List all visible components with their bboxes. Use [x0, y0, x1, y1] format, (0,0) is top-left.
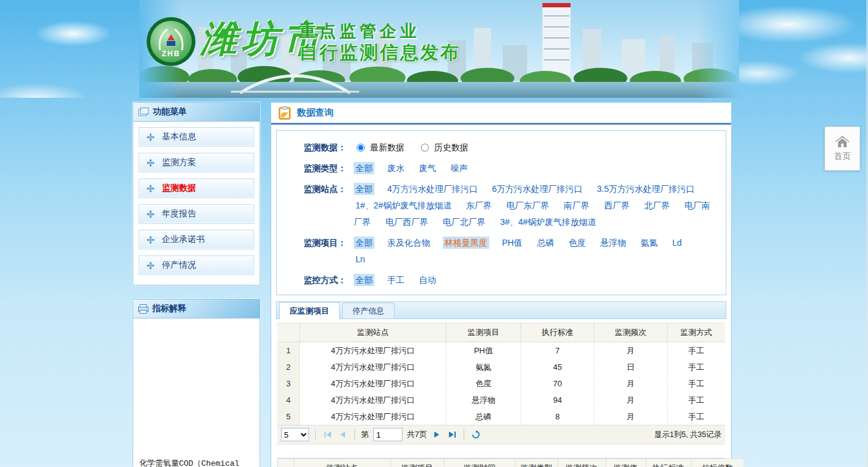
cell: 色度 — [446, 375, 520, 392]
sidebar-item-label: 监测方案 — [162, 157, 196, 168]
filter-option[interactable]: 电厂东厂界 — [505, 199, 551, 211]
table-row[interactable]: 14万方污水处理厂排污口PH值7月手工 — [277, 342, 725, 359]
filter-option[interactable]: 氨氮 — [639, 237, 660, 249]
home-button[interactable]: 首页 — [825, 127, 860, 171]
filter-option[interactable]: 废气 — [417, 162, 438, 174]
pagination-bar: 5 第 共7页 — [277, 425, 725, 444]
table1-header-row: 监测站点 监测项目 执行标准 监测频次 监测方式 — [277, 323, 725, 342]
filter-option[interactable]: 自动 — [417, 274, 438, 286]
filter-label: 监测项目： — [304, 235, 354, 268]
filter-option[interactable]: 北厂界 — [643, 199, 672, 211]
cell: 手工 — [667, 408, 725, 425]
cell: 45 — [521, 359, 594, 375]
filter-option[interactable]: 3.5万方污水处理厂排污口 — [595, 183, 696, 195]
filter-option[interactable]: 6万方污水处理厂排污口 — [491, 183, 585, 195]
sidebar-item-basic-info[interactable]: 基本信息 — [139, 127, 254, 147]
page: ZHB 潍坊市 重点监管企业 自行监测信息发布 首页 功能菜单 — [0, 0, 868, 467]
first-page-button[interactable] — [322, 429, 333, 440]
site-subtitle-2: 自行监测信息发布 — [299, 40, 461, 65]
cell: 1 — [277, 342, 300, 359]
tab-monitor-items[interactable]: 应监测项目 — [279, 302, 340, 319]
filter-option[interactable]: 汞及化合物 — [385, 237, 432, 249]
col-header: 执行标准 — [646, 459, 691, 467]
filter-option[interactable]: 东厂界 — [464, 199, 494, 211]
table-row[interactable]: 24万方污水处理厂排污口氨氮45日手工 — [277, 359, 725, 375]
filter-option[interactable]: 全部 — [354, 162, 374, 174]
cell: 手工 — [667, 392, 725, 408]
cell: PH值 — [446, 342, 520, 359]
tab-strip: 应监测项目 停产信息 — [276, 301, 726, 319]
sidebar-item-monitor-plan[interactable]: 监测方案 — [139, 153, 254, 172]
filter-option[interactable]: Ln — [354, 253, 367, 265]
sidebar-item-annual-report[interactable]: 年度报告 — [139, 204, 254, 224]
main-title-bar: 数据查询 — [271, 103, 731, 125]
table-row[interactable]: 34万方污水处理厂排污口色度70月手工 — [277, 375, 725, 392]
page-size-select[interactable]: 5 — [281, 428, 309, 441]
next-page-button[interactable] — [431, 429, 442, 440]
function-menu-title: 功能菜单 — [153, 106, 187, 117]
filter-option[interactable]: 全部 — [354, 183, 374, 195]
epb-logo: ZHB — [145, 16, 197, 67]
filter-option[interactable]: 南厂界 — [562, 199, 591, 211]
filter-option[interactable]: 悬浮物 — [599, 237, 628, 249]
compass-arrows-icon — [147, 133, 155, 141]
filter-option[interactable]: 4万方污水处理厂排污口 — [385, 183, 480, 195]
filter-option[interactable]: 噪声 — [449, 162, 470, 174]
cell: 4万方污水处理厂排污口 — [300, 342, 447, 359]
col-header: 执行标准 — [521, 323, 594, 342]
tab-shutdown-info[interactable]: 停产信息 — [342, 303, 395, 318]
page-title: 数据查询 — [297, 107, 334, 119]
sidebar-item-commitment[interactable]: 企业承诺书 — [139, 230, 254, 249]
menu-body: 基本信息 监测方案 监测数据 年度报告 企业承诺书 — [133, 122, 260, 285]
cell: 4万方污水处理厂排污口 — [300, 375, 447, 392]
table-row[interactable]: 54万方污水处理厂排污口总磷8月手工 — [277, 408, 725, 425]
prev-page-button[interactable] — [337, 429, 348, 440]
sidebar-item-shutdown[interactable]: 停产情况 — [139, 256, 254, 275]
function-menu-header: 功能菜单 — [133, 103, 260, 122]
compass-arrows-icon — [147, 210, 155, 218]
filter-option[interactable]: 3#、4#锅炉废气排放烟道 — [498, 216, 598, 228]
filter-option-selected[interactable]: 林格曼黑度 — [443, 237, 489, 249]
col-header: 监测项目 — [446, 323, 520, 342]
filter-option[interactable]: Ld — [671, 237, 684, 249]
filter-option[interactable]: 电厂西厂界 — [384, 216, 430, 228]
col-header: 监测类型 — [515, 459, 558, 467]
cell: 日 — [594, 359, 667, 375]
sidebar-item-monitor-data[interactable]: 监测数据 — [139, 178, 254, 198]
table2-header-row: 监测站点 监测项目 监测时间 监测类型 监测频次 监测值 执行标准 超标倍数 — [278, 459, 743, 467]
compass-arrows-icon — [147, 159, 155, 167]
home-icon — [835, 136, 850, 148]
sidebar: 功能菜单 基本信息 监测方案 监测数据 年度报告 — [133, 102, 260, 467]
page-prefix-label: 第 — [361, 429, 369, 440]
last-page-button[interactable] — [447, 429, 458, 440]
filter-option[interactable]: PH值 — [500, 237, 524, 249]
filter-label: 监测类型： — [304, 160, 354, 177]
radio-history-input[interactable] — [421, 144, 429, 152]
city-skyline-image: ZHB 潍坊市 重点监管企业 自行监测信息发布 — [139, 0, 739, 98]
cell: 月 — [594, 375, 667, 392]
cell: 2 — [277, 359, 300, 375]
filter-option[interactable]: 全部 — [354, 237, 374, 249]
refresh-button[interactable] — [470, 429, 481, 440]
filter-option[interactable]: 手工 — [385, 274, 406, 286]
page-number-input[interactable] — [373, 428, 403, 441]
table-row[interactable]: 44万方污水处理厂排污口悬浮物94月手工 — [277, 392, 725, 408]
filter-option[interactable]: 全部 — [354, 274, 374, 286]
radio-latest-data[interactable]: 最新数据 — [354, 142, 407, 152]
filter-option[interactable]: 西厂界 — [602, 199, 632, 211]
col-header: 超标倍数 — [691, 459, 743, 467]
compass-arrows-icon — [147, 236, 155, 244]
radio-latest-input[interactable] — [357, 144, 365, 152]
filter-option[interactable]: 废水 — [385, 162, 406, 174]
col-header — [277, 323, 300, 342]
radio-history-data[interactable]: 历史数据 — [418, 142, 469, 152]
col-header: 监测项目 — [390, 459, 444, 467]
filter-option[interactable]: 总磷 — [535, 237, 556, 249]
banner: ZHB 潍坊市 重点监管企业 自行监测信息发布 — [0, 0, 868, 98]
filter-option[interactable]: 电厂北厂界 — [441, 216, 487, 228]
refresh-icon — [472, 430, 480, 439]
filter-option[interactable]: 色度 — [567, 237, 588, 249]
filter-option[interactable]: 1#、2#锅炉废气排放烟道 — [354, 199, 453, 211]
sidebar-item-label: 停产情况 — [162, 260, 196, 271]
cell: 4 — [277, 392, 300, 408]
